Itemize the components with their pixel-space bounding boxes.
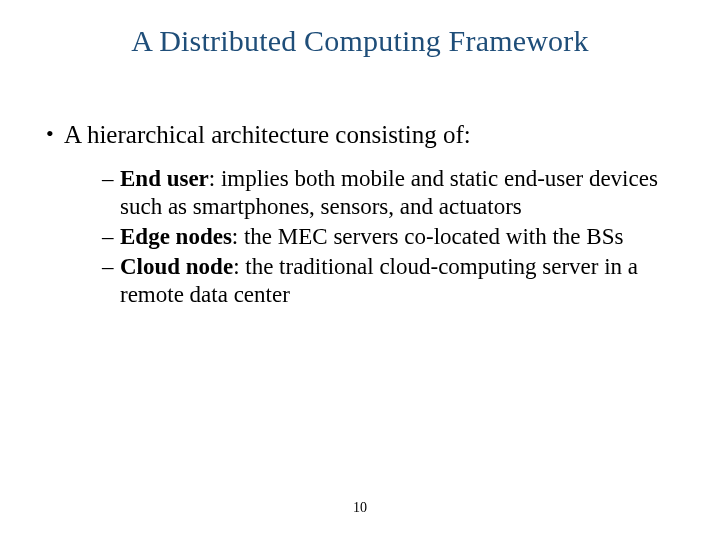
sub-bullet-item: – End user: implies both mobile and stat… bbox=[102, 165, 680, 221]
sub-bullet-desc: : the MEC servers co-located with the BS… bbox=[232, 224, 624, 249]
page-number: 10 bbox=[0, 500, 720, 516]
sub-bullet-list: – End user: implies both mobile and stat… bbox=[102, 165, 680, 309]
bullet-dot-icon: • bbox=[46, 120, 64, 148]
dash-icon: – bbox=[102, 165, 120, 193]
slide-title: A Distributed Computing Framework bbox=[0, 24, 720, 58]
sub-bullet-label: Cloud node bbox=[120, 254, 233, 279]
sub-bullet-text: Cloud node: the traditional cloud-comput… bbox=[120, 253, 680, 309]
sub-bullet-item: – Cloud node: the traditional cloud-comp… bbox=[102, 253, 680, 309]
dash-icon: – bbox=[102, 253, 120, 281]
bullet-intro-text: A hierarchical architecture consisting o… bbox=[64, 120, 680, 151]
slide: A Distributed Computing Framework • A hi… bbox=[0, 0, 720, 540]
sub-bullet-item: – Edge nodes: the MEC servers co-located… bbox=[102, 223, 680, 251]
sub-bullet-text: End user: implies both mobile and static… bbox=[120, 165, 680, 221]
slide-body: • A hierarchical architecture consisting… bbox=[46, 120, 680, 311]
dash-icon: – bbox=[102, 223, 120, 251]
sub-bullet-label: Edge nodes bbox=[120, 224, 232, 249]
sub-bullet-text: Edge nodes: the MEC servers co-located w… bbox=[120, 223, 680, 251]
sub-bullet-label: End user bbox=[120, 166, 209, 191]
bullet-intro: • A hierarchical architecture consisting… bbox=[46, 120, 680, 151]
